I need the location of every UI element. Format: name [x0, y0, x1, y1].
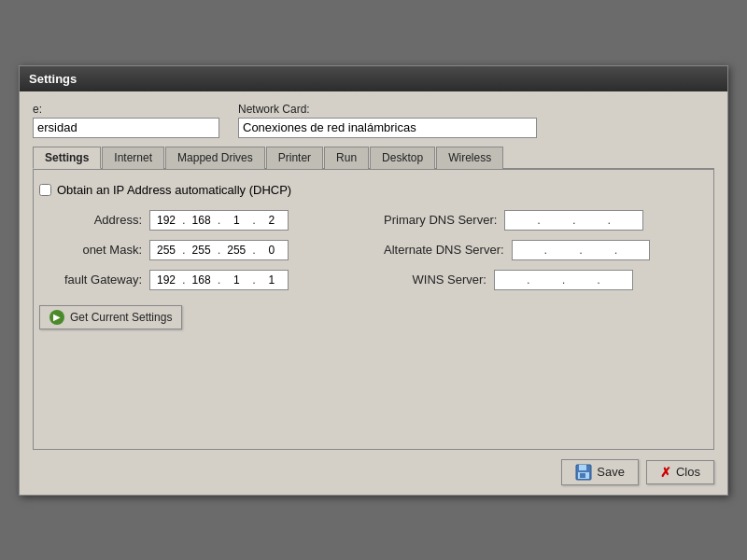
default-gateway-row: fault Gateway: . . . — [39, 270, 356, 290]
ip-address-label: Address: — [39, 213, 142, 227]
name-field-group: e: — [33, 103, 219, 138]
network-card-label: Network Card: — [238, 103, 537, 116]
wins-oct4[interactable] — [600, 273, 632, 287]
subnet-oct2[interactable] — [186, 244, 218, 257]
ip-address-oct3[interactable] — [220, 214, 252, 227]
dialog-body: e: Network Card: Settings Internet Mappe… — [20, 91, 727, 450]
gw-oct4[interactable] — [256, 273, 288, 287]
subnet-oct3[interactable] — [220, 244, 252, 257]
primary-dns-oct1[interactable] — [505, 214, 537, 227]
close-x-icon: ✗ — [660, 465, 671, 480]
dhcp-row: Obtain an IP Address automatically (DHCP… — [39, 183, 700, 197]
get-settings-label: Get Current Settings — [70, 311, 172, 324]
svg-rect-3 — [580, 473, 585, 478]
primary-dns-row: Primary DNS Server: . . . — [384, 210, 700, 231]
close-label: Clos — [676, 465, 700, 479]
title-bar-label: Settings — [29, 72, 77, 86]
primary-dns-label: Primary DNS Server: — [384, 213, 497, 227]
gw-oct3[interactable] — [220, 273, 252, 287]
wins-label: WINS Server: — [384, 273, 486, 287]
get-current-settings-button[interactable]: ▶ Get Current Settings — [39, 305, 182, 329]
alt-dns-oct3[interactable] — [583, 244, 614, 257]
tab-mapped-drives[interactable]: Mapped Drives — [165, 147, 265, 169]
primary-dns-oct2[interactable] — [541, 214, 572, 227]
subnet-oct4[interactable] — [256, 244, 288, 257]
ip-address-field: . . . — [149, 210, 289, 231]
gw-oct2[interactable] — [186, 273, 218, 287]
top-fields: e: Network Card: — [33, 103, 714, 138]
tab-settings[interactable]: Settings — [33, 147, 101, 169]
title-bar: Settings — [20, 66, 727, 91]
alt-dns-oct1[interactable] — [513, 244, 544, 257]
tab-wireless[interactable]: Wireless — [436, 147, 503, 169]
wins-row: WINS Server: . . . — [384, 270, 700, 290]
alt-dns-oct4[interactable] — [617, 244, 649, 257]
bottom-bar: Save ✗ Clos — [20, 450, 727, 495]
primary-dns-oct3[interactable] — [576, 214, 608, 227]
subnet-oct1[interactable] — [150, 244, 182, 257]
dhcp-checkbox[interactable] — [39, 184, 51, 196]
tab-run[interactable]: Run — [324, 147, 369, 169]
network-card-field-group: Network Card: — [238, 103, 537, 138]
svg-rect-1 — [579, 465, 586, 470]
ip-address-oct1[interactable] — [150, 214, 182, 227]
subnet-mask-row: onet Mask: . . . — [39, 240, 356, 260]
alternate-dns-label: Alternate DNS Server: — [384, 243, 504, 257]
close-button[interactable]: ✗ Clos — [646, 460, 714, 484]
dialog-window: Settings e: Network Card: Settings Inter… — [19, 65, 728, 496]
alternate-dns-field: . . . — [512, 240, 651, 260]
subnet-mask-field: . . . — [149, 240, 289, 260]
name-label: e: — [33, 103, 219, 116]
alternate-dns-row: Alternate DNS Server: . . . — [384, 240, 700, 260]
name-input[interactable] — [33, 118, 219, 138]
dhcp-label: Obtain an IP Address automatically (DHCP… — [57, 183, 291, 197]
subnet-mask-label: onet Mask: — [39, 243, 142, 257]
wins-oct1[interactable] — [495, 273, 527, 287]
save-icon — [575, 464, 592, 481]
ip-address-oct4[interactable] — [256, 214, 288, 227]
ip-grid: Address: . . . Primary DNS Server: — [39, 210, 700, 290]
wins-oct3[interactable] — [565, 273, 597, 287]
save-button[interactable]: Save — [561, 459, 639, 485]
wins-oct2[interactable] — [530, 273, 562, 287]
alt-dns-oct2[interactable] — [547, 244, 579, 257]
tab-printer[interactable]: Printer — [266, 147, 323, 169]
tab-bar: Settings Internet Mapped Drives Printer … — [33, 146, 714, 170]
gw-oct1[interactable] — [150, 273, 182, 287]
ip-address-row: Address: . . . — [39, 210, 356, 231]
tab-desktop[interactable]: Desktop — [370, 147, 435, 169]
tab-internet[interactable]: Internet — [102, 147, 164, 169]
tab-content-settings: Obtain an IP Address automatically (DHCP… — [33, 170, 714, 450]
default-gateway-label: fault Gateway: — [39, 273, 142, 287]
wins-field: . . . — [494, 270, 633, 290]
primary-dns-field: . . . — [504, 210, 643, 231]
get-settings-icon: ▶ — [49, 310, 64, 325]
save-label: Save — [597, 465, 625, 479]
network-card-input[interactable] — [238, 118, 537, 138]
primary-dns-oct4[interactable] — [611, 214, 642, 227]
default-gateway-field: . . . — [149, 270, 289, 290]
ip-address-oct2[interactable] — [186, 214, 218, 227]
